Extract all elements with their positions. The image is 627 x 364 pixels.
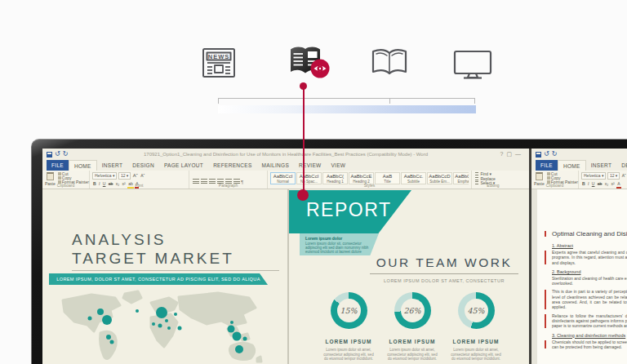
redo-icon[interactable]: ↻ bbox=[63, 150, 69, 158]
title-bar: ↺ ↻ bbox=[531, 149, 627, 160]
team-subheading: LOREM IPSUM DOLOR ST AMET, CONSECTETUR bbox=[366, 278, 522, 283]
style-sample: AaBbCc. bbox=[402, 174, 425, 180]
paper-paragraph: Chemicals should not be applied to scree… bbox=[552, 340, 627, 350]
donut-value: 26% bbox=[394, 292, 431, 329]
donut-chart: 26% bbox=[394, 292, 431, 329]
progress-gradient-bar bbox=[218, 105, 476, 113]
cut-icon bbox=[547, 172, 550, 175]
ribbon-tab[interactable]: FILE bbox=[536, 160, 558, 171]
document-area: Optimal Cleaning and Disinfection of Mon… bbox=[531, 189, 627, 364]
newspaper-icon[interactable]: NEWS bbox=[201, 46, 237, 80]
font-group: Helvetica ▾ 12 ▾ Aˆ Aˇ B I U ab x₂ x² ab… bbox=[90, 171, 189, 189]
stat-column: 15% LOREM IPSUM Lorem ipsum dolor sit am… bbox=[318, 292, 380, 362]
styles-group: AaBbCcI Normal AaBbCcI No Spac... AaBbC( bbox=[268, 171, 472, 189]
quick-access-toolbar[interactable]: ↺ ↻ bbox=[47, 150, 68, 158]
replace-icon bbox=[475, 177, 478, 180]
news-masthead: NEWS bbox=[208, 53, 230, 60]
quick-access-toolbar[interactable]: ↺ ↻ bbox=[536, 150, 557, 158]
redo-icon[interactable]: ↻ bbox=[552, 150, 558, 158]
donut-value: 15% bbox=[331, 292, 367, 329]
window-divider bbox=[529, 149, 531, 364]
track-tick bbox=[389, 98, 390, 104]
paper-heading: 1. Abstract bbox=[552, 243, 627, 248]
group-label: Clipboard bbox=[531, 183, 578, 188]
minimize-button[interactable]: — bbox=[515, 151, 524, 157]
ribbon-tab[interactable]: HOME bbox=[558, 160, 586, 171]
font-name-dropdown[interactable]: Helvetica ▾ bbox=[92, 172, 117, 180]
ribbon-tab[interactable]: FILE bbox=[47, 160, 69, 171]
undo-icon[interactable]: ↺ bbox=[544, 150, 549, 158]
cut-icon bbox=[58, 172, 61, 175]
clipboard-group: Paste Cut Copy Format Painter Clipboard bbox=[531, 171, 579, 189]
ribbon-tab[interactable]: REVIEW bbox=[294, 160, 326, 171]
copy-icon bbox=[58, 176, 61, 180]
paste-button[interactable]: Paste bbox=[534, 172, 545, 183]
font-name-dropdown[interactable]: Helvetica ▾ bbox=[581, 172, 606, 180]
undo-icon[interactable]: ↺ bbox=[55, 150, 60, 158]
shrink-font-button[interactable]: Aˇ bbox=[140, 173, 145, 179]
paper-heading: 3. Cleaning and disinfection methods bbox=[552, 333, 627, 338]
report-callout: Lorem ipsum dolor Lorem ipsum dolor sit,… bbox=[300, 233, 379, 255]
paste-button[interactable]: Paste bbox=[45, 172, 56, 183]
document-page-report: REPORT Lorem ipsum dolor Lorem ipsum dol… bbox=[289, 189, 529, 364]
magazine-reader-icon[interactable] bbox=[287, 44, 330, 80]
magazine-reader-icon-art bbox=[287, 44, 330, 80]
marker-dot-bottom bbox=[297, 189, 309, 201]
stat-body: Lorem ipsum dolor sit amet, consectetur … bbox=[381, 348, 443, 362]
ribbon-tab[interactable]: MAILINGS bbox=[257, 160, 294, 171]
marker-line bbox=[303, 89, 305, 190]
ribbon-tab[interactable]: PAGE LAYOUT bbox=[159, 160, 208, 171]
font-size-dropdown[interactable]: 12 ▾ bbox=[607, 172, 620, 180]
ribbon-tab[interactable]: HOME bbox=[69, 160, 97, 171]
open-book-icon[interactable] bbox=[369, 47, 410, 79]
save-icon[interactable] bbox=[47, 152, 52, 158]
group-label: Paragraph bbox=[189, 183, 267, 188]
font-size-dropdown[interactable]: 12 ▾ bbox=[118, 172, 131, 180]
stat-body: Lorem ipsum dolor sit amet, consectetur … bbox=[318, 348, 380, 362]
monitor-icon[interactable] bbox=[452, 49, 493, 80]
donut-chart: 15% bbox=[331, 292, 367, 329]
style-sample: AaBbCcE bbox=[349, 174, 373, 180]
ribbon-tab[interactable]: DESIGN bbox=[616, 160, 627, 171]
track-tick bbox=[474, 98, 475, 104]
group-label: Font bbox=[90, 183, 189, 188]
ribbon-tab[interactable]: INSERT bbox=[586, 160, 617, 171]
document-title: 170921_Option1_Cleaning and Disinfection… bbox=[42, 149, 529, 160]
newspaper-icon-art: NEWS bbox=[201, 46, 237, 80]
style-sample: AaBbCcD bbox=[428, 174, 451, 180]
monitor-screen: ↺ ↻ 170921_Option1_Cleaning and Disinfec… bbox=[42, 149, 627, 364]
grow-font-button[interactable]: Aˆ bbox=[621, 173, 627, 179]
paper-paragraph: Sterilization and cleaning of health car… bbox=[552, 276, 627, 286]
ribbon-tab[interactable]: DESIGN bbox=[127, 160, 159, 171]
ribbon: Paste Cut Copy Format Painter Clipboard … bbox=[42, 171, 529, 189]
track-tick bbox=[218, 98, 219, 104]
word-window-1: ↺ ↻ 170921_Option1_Cleaning and Disinfec… bbox=[42, 149, 529, 364]
editing-group: Find ▾ Replace Select ▾ Editing bbox=[472, 171, 514, 189]
grow-font-button[interactable]: Aˆ bbox=[132, 173, 139, 179]
stat-heading: LOREM IPSUM bbox=[445, 339, 507, 344]
save-icon[interactable] bbox=[536, 152, 541, 158]
page-heading: ANALYSIS TARGET MARKET bbox=[72, 230, 234, 268]
monitor-icon-art bbox=[452, 49, 493, 80]
word-window-2: ↺ ↻ FILEHOMEINSERTDESIGNPAGE LAYOUT Past… bbox=[531, 149, 627, 364]
world-map bbox=[47, 289, 283, 364]
paper-paragraph: This is due in part to a variety of perc… bbox=[552, 289, 627, 309]
stat-column: 26% LOREM IPSUM Lorem ipsum dolor sit am… bbox=[381, 292, 443, 362]
ribbon-options-button[interactable]: ▢ bbox=[506, 151, 515, 157]
window-controls[interactable]: ?▢— bbox=[500, 149, 524, 160]
font-group: Helvetica ▾ 12 ▾ Aˆ Aˇ B I U ab x₂ x² A bbox=[579, 171, 627, 189]
ribbon-tab[interactable]: REFERENCES bbox=[208, 160, 256, 171]
clipboard-group: Paste Cut Copy Format Painter Clipboard bbox=[42, 171, 90, 189]
ribbon-tabs: FILEHOMEINSERTDESIGNPAGE LAYOUTREFERENCE… bbox=[42, 160, 529, 171]
team-heading: OUR TEAM WORK bbox=[366, 255, 522, 270]
ribbon-tab[interactable]: VIEW bbox=[326, 160, 350, 171]
copy-icon bbox=[547, 176, 550, 180]
title-bar: ↺ ↻ 170921_Option1_Cleaning and Disinfec… bbox=[42, 149, 529, 160]
document-page-analysis: ANALYSIS TARGET MARKET LOREM IPSUM, DOLO… bbox=[42, 189, 287, 364]
find-icon bbox=[475, 172, 478, 175]
paper-paragraph: Reliance to follow the manufacturers' di… bbox=[552, 313, 627, 329]
stat-column: 45% LOREM IPSUM Lorem ipsum dolor sit am… bbox=[445, 292, 507, 362]
ribbon-tab[interactable]: INSERT bbox=[97, 160, 128, 171]
document-page-paper: Optimal Cleaning and Disinfection of Mon… bbox=[537, 189, 627, 364]
divider bbox=[370, 273, 518, 274]
